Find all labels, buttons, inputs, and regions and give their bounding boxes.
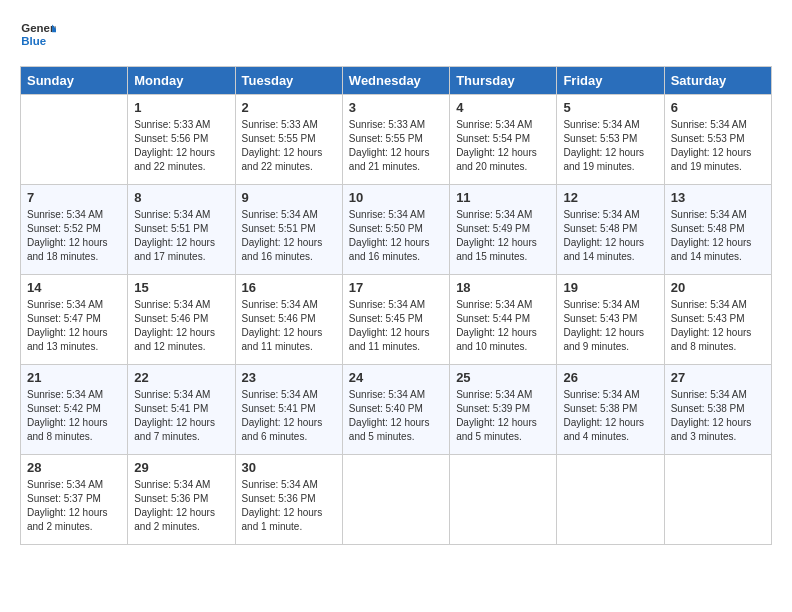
logo: General Blue: [20, 20, 56, 50]
day-number: 2: [242, 100, 336, 115]
calendar-cell: 3Sunrise: 5:33 AM Sunset: 5:55 PM Daylig…: [342, 95, 449, 185]
calendar-cell: [450, 455, 557, 545]
svg-text:Blue: Blue: [21, 35, 46, 47]
day-detail: Sunrise: 5:34 AM Sunset: 5:41 PM Dayligh…: [134, 388, 228, 444]
day-detail: Sunrise: 5:34 AM Sunset: 5:43 PM Dayligh…: [563, 298, 657, 354]
calendar-cell: 12Sunrise: 5:34 AM Sunset: 5:48 PM Dayli…: [557, 185, 664, 275]
calendar-cell: 5Sunrise: 5:34 AM Sunset: 5:53 PM Daylig…: [557, 95, 664, 185]
calendar-cell: 8Sunrise: 5:34 AM Sunset: 5:51 PM Daylig…: [128, 185, 235, 275]
calendar-cell: 30Sunrise: 5:34 AM Sunset: 5:36 PM Dayli…: [235, 455, 342, 545]
calendar-cell: 23Sunrise: 5:34 AM Sunset: 5:41 PM Dayli…: [235, 365, 342, 455]
calendar-cell: 25Sunrise: 5:34 AM Sunset: 5:39 PM Dayli…: [450, 365, 557, 455]
day-detail: Sunrise: 5:34 AM Sunset: 5:48 PM Dayligh…: [563, 208, 657, 264]
day-detail: Sunrise: 5:34 AM Sunset: 5:38 PM Dayligh…: [671, 388, 765, 444]
calendar-cell: 1Sunrise: 5:33 AM Sunset: 5:56 PM Daylig…: [128, 95, 235, 185]
calendar-week-4: 21Sunrise: 5:34 AM Sunset: 5:42 PM Dayli…: [21, 365, 772, 455]
day-number: 20: [671, 280, 765, 295]
day-detail: Sunrise: 5:34 AM Sunset: 5:38 PM Dayligh…: [563, 388, 657, 444]
page-header: General Blue: [20, 20, 772, 50]
calendar-cell: 2Sunrise: 5:33 AM Sunset: 5:55 PM Daylig…: [235, 95, 342, 185]
day-detail: Sunrise: 5:34 AM Sunset: 5:54 PM Dayligh…: [456, 118, 550, 174]
column-header-sunday: Sunday: [21, 67, 128, 95]
logo-icon: General Blue: [20, 20, 56, 50]
calendar-cell: 16Sunrise: 5:34 AM Sunset: 5:46 PM Dayli…: [235, 275, 342, 365]
day-detail: Sunrise: 5:34 AM Sunset: 5:51 PM Dayligh…: [242, 208, 336, 264]
calendar-cell: 7Sunrise: 5:34 AM Sunset: 5:52 PM Daylig…: [21, 185, 128, 275]
calendar-cell: 29Sunrise: 5:34 AM Sunset: 5:36 PM Dayli…: [128, 455, 235, 545]
day-detail: Sunrise: 5:34 AM Sunset: 5:52 PM Dayligh…: [27, 208, 121, 264]
day-number: 23: [242, 370, 336, 385]
calendar-cell: 27Sunrise: 5:34 AM Sunset: 5:38 PM Dayli…: [664, 365, 771, 455]
day-number: 8: [134, 190, 228, 205]
day-detail: Sunrise: 5:33 AM Sunset: 5:56 PM Dayligh…: [134, 118, 228, 174]
calendar-cell: 21Sunrise: 5:34 AM Sunset: 5:42 PM Dayli…: [21, 365, 128, 455]
day-detail: Sunrise: 5:34 AM Sunset: 5:46 PM Dayligh…: [242, 298, 336, 354]
day-detail: Sunrise: 5:34 AM Sunset: 5:47 PM Dayligh…: [27, 298, 121, 354]
column-header-saturday: Saturday: [664, 67, 771, 95]
svg-text:General: General: [21, 22, 56, 34]
calendar-cell: 19Sunrise: 5:34 AM Sunset: 5:43 PM Dayli…: [557, 275, 664, 365]
day-number: 3: [349, 100, 443, 115]
day-detail: Sunrise: 5:34 AM Sunset: 5:42 PM Dayligh…: [27, 388, 121, 444]
day-detail: Sunrise: 5:34 AM Sunset: 5:51 PM Dayligh…: [134, 208, 228, 264]
day-number: 15: [134, 280, 228, 295]
calendar-body: 1Sunrise: 5:33 AM Sunset: 5:56 PM Daylig…: [21, 95, 772, 545]
column-header-wednesday: Wednesday: [342, 67, 449, 95]
day-detail: Sunrise: 5:34 AM Sunset: 5:39 PM Dayligh…: [456, 388, 550, 444]
calendar-cell: 15Sunrise: 5:34 AM Sunset: 5:46 PM Dayli…: [128, 275, 235, 365]
column-header-thursday: Thursday: [450, 67, 557, 95]
day-number: 30: [242, 460, 336, 475]
calendar-cell: 20Sunrise: 5:34 AM Sunset: 5:43 PM Dayli…: [664, 275, 771, 365]
calendar-cell: 10Sunrise: 5:34 AM Sunset: 5:50 PM Dayli…: [342, 185, 449, 275]
calendar-week-3: 14Sunrise: 5:34 AM Sunset: 5:47 PM Dayli…: [21, 275, 772, 365]
day-number: 11: [456, 190, 550, 205]
day-number: 4: [456, 100, 550, 115]
day-number: 1: [134, 100, 228, 115]
day-number: 22: [134, 370, 228, 385]
day-detail: Sunrise: 5:34 AM Sunset: 5:46 PM Dayligh…: [134, 298, 228, 354]
day-detail: Sunrise: 5:34 AM Sunset: 5:44 PM Dayligh…: [456, 298, 550, 354]
day-number: 10: [349, 190, 443, 205]
day-number: 28: [27, 460, 121, 475]
calendar-cell: 4Sunrise: 5:34 AM Sunset: 5:54 PM Daylig…: [450, 95, 557, 185]
calendar-table: SundayMondayTuesdayWednesdayThursdayFrid…: [20, 66, 772, 545]
day-detail: Sunrise: 5:34 AM Sunset: 5:53 PM Dayligh…: [671, 118, 765, 174]
day-number: 17: [349, 280, 443, 295]
calendar-cell: 14Sunrise: 5:34 AM Sunset: 5:47 PM Dayli…: [21, 275, 128, 365]
column-header-monday: Monday: [128, 67, 235, 95]
day-number: 29: [134, 460, 228, 475]
day-number: 19: [563, 280, 657, 295]
calendar-cell: [557, 455, 664, 545]
calendar-cell: 9Sunrise: 5:34 AM Sunset: 5:51 PM Daylig…: [235, 185, 342, 275]
day-detail: Sunrise: 5:34 AM Sunset: 5:45 PM Dayligh…: [349, 298, 443, 354]
calendar-cell: [342, 455, 449, 545]
calendar-week-2: 7Sunrise: 5:34 AM Sunset: 5:52 PM Daylig…: [21, 185, 772, 275]
day-detail: Sunrise: 5:34 AM Sunset: 5:37 PM Dayligh…: [27, 478, 121, 534]
day-detail: Sunrise: 5:34 AM Sunset: 5:36 PM Dayligh…: [242, 478, 336, 534]
calendar-cell: [21, 95, 128, 185]
calendar-header-row: SundayMondayTuesdayWednesdayThursdayFrid…: [21, 67, 772, 95]
day-number: 9: [242, 190, 336, 205]
column-header-tuesday: Tuesday: [235, 67, 342, 95]
day-detail: Sunrise: 5:33 AM Sunset: 5:55 PM Dayligh…: [242, 118, 336, 174]
calendar-cell: 22Sunrise: 5:34 AM Sunset: 5:41 PM Dayli…: [128, 365, 235, 455]
day-number: 13: [671, 190, 765, 205]
day-number: 5: [563, 100, 657, 115]
day-detail: Sunrise: 5:34 AM Sunset: 5:49 PM Dayligh…: [456, 208, 550, 264]
day-detail: Sunrise: 5:34 AM Sunset: 5:43 PM Dayligh…: [671, 298, 765, 354]
calendar-week-1: 1Sunrise: 5:33 AM Sunset: 5:56 PM Daylig…: [21, 95, 772, 185]
day-detail: Sunrise: 5:34 AM Sunset: 5:53 PM Dayligh…: [563, 118, 657, 174]
day-number: 24: [349, 370, 443, 385]
day-number: 18: [456, 280, 550, 295]
day-number: 6: [671, 100, 765, 115]
day-detail: Sunrise: 5:34 AM Sunset: 5:50 PM Dayligh…: [349, 208, 443, 264]
calendar-cell: 26Sunrise: 5:34 AM Sunset: 5:38 PM Dayli…: [557, 365, 664, 455]
day-detail: Sunrise: 5:34 AM Sunset: 5:41 PM Dayligh…: [242, 388, 336, 444]
calendar-cell: 18Sunrise: 5:34 AM Sunset: 5:44 PM Dayli…: [450, 275, 557, 365]
calendar-week-5: 28Sunrise: 5:34 AM Sunset: 5:37 PM Dayli…: [21, 455, 772, 545]
day-detail: Sunrise: 5:33 AM Sunset: 5:55 PM Dayligh…: [349, 118, 443, 174]
calendar-cell: 13Sunrise: 5:34 AM Sunset: 5:48 PM Dayli…: [664, 185, 771, 275]
day-detail: Sunrise: 5:34 AM Sunset: 5:48 PM Dayligh…: [671, 208, 765, 264]
day-number: 25: [456, 370, 550, 385]
day-detail: Sunrise: 5:34 AM Sunset: 5:40 PM Dayligh…: [349, 388, 443, 444]
